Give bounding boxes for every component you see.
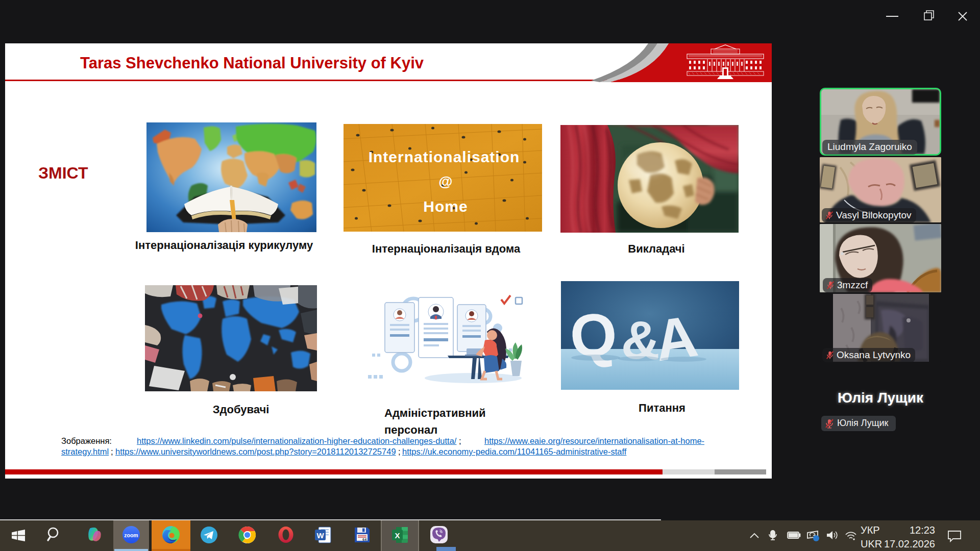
svg-text:A: A bbox=[651, 303, 701, 373]
svg-text:X: X bbox=[395, 531, 400, 540]
svg-text:64:: 64: bbox=[362, 538, 369, 542]
svg-text:@: @ bbox=[438, 173, 452, 189]
svg-text:Internationalisation: Internationalisation bbox=[369, 148, 520, 165]
svg-text:zoom: zoom bbox=[124, 532, 138, 538]
svg-text:W: W bbox=[316, 531, 324, 540]
svg-text:Home: Home bbox=[423, 198, 468, 215]
